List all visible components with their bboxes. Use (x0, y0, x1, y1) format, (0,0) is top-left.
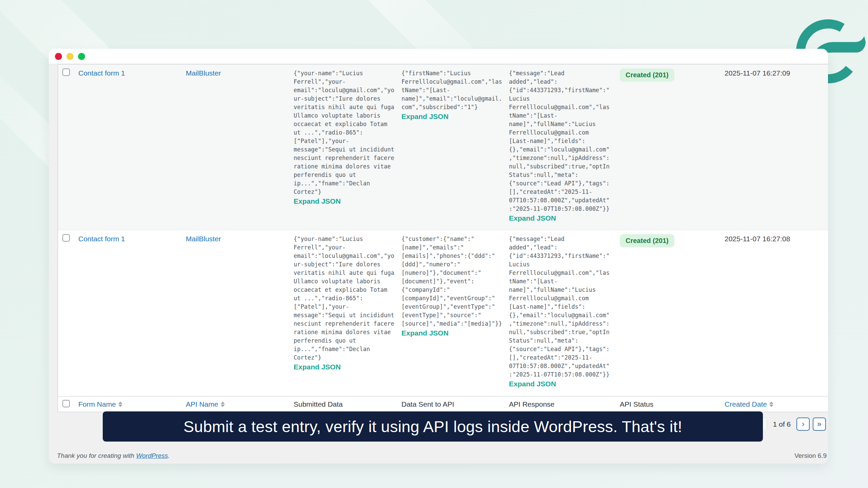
column-header-label: Created Date (725, 400, 767, 408)
sort-arrows-icon[interactable] (221, 402, 225, 407)
expand-json-link[interactable]: Expand JSON (294, 363, 341, 371)
version-text: Version 6.9 (794, 452, 827, 460)
expand-json-link[interactable]: Expand JSON (509, 214, 556, 222)
page-info: 1 of 6 (773, 420, 791, 428)
wp-admin-content: Contact form 1 MailBluster {"your-name":… (49, 64, 828, 464)
column-header-label: API Response (509, 400, 554, 408)
table-row: Contact form 1 MailBluster {"your-name":… (58, 64, 828, 230)
api-response-json: {"message":"Lead added","lead":{"id":443… (509, 235, 613, 379)
submitted-data-json: {"your-name":"Lucius Ferrell","your-emai… (294, 235, 398, 362)
expand-json-link[interactable]: Expand JSON (509, 380, 556, 388)
minimize-window-icon[interactable] (66, 53, 74, 60)
thanks-prefix: Thank you for creating with (57, 452, 136, 459)
video-caption-overlay: Submit a test entry, verify it using API… (103, 411, 763, 442)
form-name-link[interactable]: Contact form 1 (78, 235, 125, 243)
data-sent-json: {"firstName":"Lucius Ferrellloculu@gmail… (401, 69, 506, 111)
api-name-link[interactable]: MailBluster (186, 69, 221, 77)
sort-arrows-icon[interactable] (118, 402, 122, 407)
column-header-submitted-data: Submitted Data (294, 400, 401, 408)
data-sent-json: {"customer":{"name":"[name]","emails":"[… (401, 235, 506, 328)
status-badge: Created (201) (620, 68, 674, 82)
thanks-text: Thank you for creating with WordPress. (57, 452, 170, 460)
column-header-api-status: API Status (620, 400, 725, 408)
api-logs-table: Contact form 1 MailBluster {"your-name":… (58, 64, 828, 412)
sort-arrows-icon[interactable] (769, 402, 773, 407)
column-header-api-response: API Response (509, 400, 620, 408)
api-response-json: {"message":"Lead added","lead":{"id":443… (509, 69, 613, 213)
table-row: Contact form 1 MailBluster {"your-name":… (58, 230, 828, 396)
column-header-label: API Status (620, 400, 653, 408)
created-date: 2025-11-07 16:27:08 (725, 230, 828, 396)
next-page-button[interactable]: › (796, 418, 810, 431)
status-badge: Created (201) (620, 234, 674, 247)
column-header-created-date[interactable]: Created Date (725, 400, 828, 408)
last-page-button[interactable]: » (813, 418, 826, 431)
column-header-form-name[interactable]: Form Name (78, 400, 186, 408)
wordpress-link[interactable]: WordPress (136, 452, 168, 459)
pagination: ‹ 1 of 6 › » (754, 418, 826, 431)
select-all-checkbox[interactable] (62, 400, 70, 407)
column-header-api-name[interactable]: API Name (186, 400, 294, 408)
table-footer-header-row: Form Name API Name Submitted Data Data S… (58, 396, 828, 412)
expand-json-link[interactable]: Expand JSON (401, 329, 449, 337)
created-date: 2025-11-07 16:27:09 (725, 64, 828, 230)
row-checkbox[interactable] (62, 234, 70, 242)
submitted-data-json: {"your-name":"Lucius Ferrell","your-emai… (294, 69, 398, 196)
browser-window: Contact form 1 MailBluster {"your-name":… (49, 49, 828, 464)
column-header-data-sent: Data Sent to API (401, 400, 509, 408)
api-name-link[interactable]: MailBluster (186, 235, 221, 243)
column-header-label: API Name (186, 400, 218, 408)
form-name-link[interactable]: Contact form 1 (78, 69, 125, 77)
expand-json-link[interactable]: Expand JSON (401, 113, 449, 121)
window-titlebar (49, 49, 828, 64)
column-header-label: Data Sent to API (401, 400, 454, 408)
column-header-label: Submitted Data (294, 400, 343, 408)
thanks-suffix: . (168, 452, 170, 459)
close-window-icon[interactable] (55, 53, 62, 60)
expand-json-link[interactable]: Expand JSON (294, 197, 341, 205)
admin-footer: Thank you for creating with WordPress. V… (57, 452, 827, 460)
zoom-window-icon[interactable] (78, 53, 85, 60)
column-header-label: Form Name (78, 400, 116, 408)
row-checkbox[interactable] (62, 68, 70, 76)
